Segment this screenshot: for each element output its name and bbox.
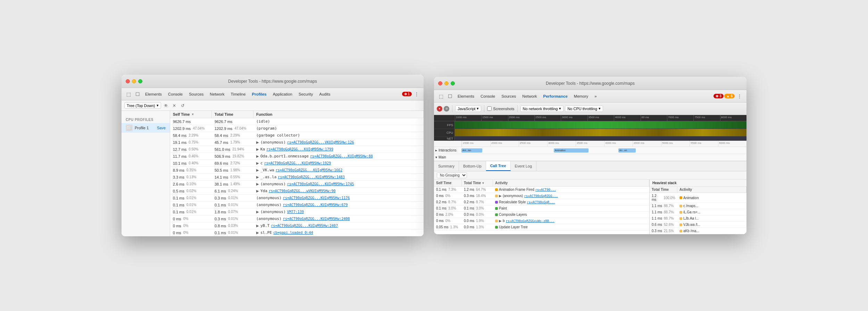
calltree-row: 0 ms0% 0.0 ms1.9% ▶ b rs=ACT90oGqRZGGxuW…: [434, 218, 649, 224]
tab-bottom-up[interactable]: Bottom-Up: [459, 161, 486, 171]
maximize-button-right[interactable]: [451, 81, 455, 85]
nav-sources[interactable]: Sources: [186, 91, 206, 98]
nav-elements[interactable]: Elements: [142, 91, 165, 98]
nav-console[interactable]: Console: [165, 91, 185, 98]
nav-timeline[interactable]: Timeline: [228, 91, 249, 98]
refresh-icon[interactable]: ↺: [179, 102, 186, 109]
cursor-icon-right[interactable]: ⬚: [437, 92, 445, 100]
activity-name: Update Layer Tree: [499, 225, 528, 229]
close-icon[interactable]: ✕: [171, 102, 178, 109]
expand-arrow-icon[interactable]: ▶: [256, 210, 259, 214]
minimize-button-left[interactable]: [132, 79, 136, 83]
expand-arrow-icon[interactable]: ▶: [256, 168, 259, 172]
record-button[interactable]: ●: [437, 106, 442, 112]
nav-network[interactable]: Network: [207, 91, 227, 98]
expand-arrow-icon[interactable]: ▶: [256, 175, 259, 179]
more-icon-right[interactable]: ⋮: [735, 92, 744, 100]
calltree-row: 0 ms2.0% 0.0 ms0.0% Composite Layers: [434, 212, 649, 218]
calltree-row: 0.1 ms3.0% 0.1 ms3.0% Paint: [434, 205, 649, 212]
tab-event-log[interactable]: Event Log: [511, 161, 537, 171]
cpu-throttle-dropdown[interactable]: No CPU throttling ▾: [565, 105, 603, 112]
ct-header-self-time[interactable]: Self Time: [434, 180, 462, 186]
expand-arrow-icon[interactable]: ▶: [256, 154, 259, 158]
table-row: 0.1 ms0.01% 0.1 ms0.01% (anonymous) rs=A…: [170, 202, 424, 208]
tree-dropdown[interactable]: Tree (Top Down) ▾: [124, 102, 161, 109]
hs-activity-header[interactable]: Activity: [677, 187, 746, 193]
activity-dot: [679, 196, 682, 199]
activity-dot: [495, 207, 498, 210]
sidebar-item-profile1[interactable]: ⬜ Profile 1 Save: [122, 123, 170, 133]
nav-memory[interactable]: Memory: [571, 93, 591, 100]
interactions-section-header[interactable]: ▸ Interactions Ani...ion Animation An...…: [434, 147, 746, 154]
nav-elements-right[interactable]: Elements: [455, 93, 477, 100]
nav-application[interactable]: Application: [270, 91, 295, 98]
calltree-area: Self Time Total Time ▼ Activity 0.1 ms7.…: [434, 180, 746, 234]
activity-dot: [495, 201, 498, 204]
stop-button[interactable]: ⊘: [444, 106, 449, 112]
ruler-tick: 3500 ms: [587, 115, 614, 121]
flame-spacer: [434, 141, 462, 147]
screenshots-checkbox[interactable]: Screenshots: [487, 106, 514, 111]
expand-arrow-icon[interactable]: ▶: [256, 231, 259, 235]
eye-icon[interactable]: 👁: [162, 102, 169, 109]
nav-audits[interactable]: Audits: [317, 91, 333, 98]
header-self-time[interactable]: Self Time ▼: [170, 111, 212, 118]
tab-summary[interactable]: Summary: [434, 161, 459, 171]
expand-arrow-icon[interactable]: ▶: [256, 224, 259, 228]
close-button-right[interactable]: [438, 81, 442, 85]
ruler-tick: 4000 ms: [614, 115, 640, 121]
left-subtoolbar: Tree (Top Down) ▾ 👁 ✕ ↺: [122, 100, 424, 111]
ct-header-total-time[interactable]: Total Time ▼: [462, 180, 493, 186]
table-row: 58.4 ms2.29% 58.4 ms2.29% (garbage colle…: [170, 132, 424, 139]
nav-profiles[interactable]: Profiles: [249, 91, 269, 98]
grouping-dropdown[interactable]: No Grouping By Activity By URL: [437, 172, 467, 178]
expand-arrow-icon[interactable]: ▶: [256, 182, 259, 186]
cursor-icon[interactable]: ⬚: [124, 90, 133, 98]
expand-arrow-icon[interactable]: ▶: [256, 147, 259, 151]
expand-icon[interactable]: ▶: [499, 194, 502, 198]
main-section-header[interactable]: ▾ Main: [434, 154, 746, 161]
more-icon-left[interactable]: ⋮: [412, 90, 421, 98]
chart-rows: FPS CPU NET: [434, 121, 746, 141]
expand-arrow-icon[interactable]: ▶: [256, 189, 259, 193]
sidebar-section-label: CPU PROFILES: [122, 116, 170, 123]
heaviest-stack-title: Heaviest stack: [650, 180, 746, 187]
nav-sources-right[interactable]: Sources: [499, 93, 519, 100]
expand-arrow-icon[interactable]: ▶: [256, 161, 259, 165]
mobile-icon[interactable]: ☐: [133, 90, 142, 98]
cpu-label: CPU: [434, 129, 455, 136]
js-dropdown[interactable]: JavaScript ▾: [455, 105, 481, 112]
table-row: 11.7 ms0.46% 506.9 ms19.82% ▶ Oda.b.port…: [170, 153, 424, 160]
right-window-title: Developer Tools - https://www.google.com…: [546, 81, 635, 86]
maximize-button-left[interactable]: [138, 79, 142, 83]
hs-activity: iL.Ga rs=...: [683, 210, 700, 214]
flame-main-area: 1500 ms 2000 ms 2500 ms 3000 ms 3500 ms …: [434, 141, 746, 234]
minimize-button-right[interactable]: [444, 81, 449, 85]
ruler-tick: 2500 ms: [534, 115, 561, 121]
nav-console-right[interactable]: Console: [478, 93, 498, 100]
header-function[interactable]: Function: [253, 111, 424, 118]
divider: [452, 105, 452, 112]
nav-network-right[interactable]: Network: [519, 93, 540, 100]
nav-performance[interactable]: Performance: [541, 93, 570, 100]
mobile-icon-right[interactable]: ☐: [446, 92, 454, 100]
ruler-tick: 3000 ms: [561, 115, 587, 121]
expand-icon[interactable]: ▶: [499, 219, 502, 223]
header-total-time[interactable]: Total Time: [212, 111, 253, 118]
flame-ruler: 1500 ms 2000 ms 2500 ms 3000 ms 3500 ms …: [434, 141, 746, 147]
close-button-left[interactable]: [126, 79, 130, 83]
hs-activity: VJb.wa /l...: [683, 223, 700, 227]
divider: [484, 105, 484, 112]
tab-call-tree[interactable]: Call Tree: [486, 161, 511, 171]
save-link[interactable]: Save: [157, 126, 166, 130]
network-throttle-dropdown[interactable]: No network throttling ▾: [520, 105, 564, 112]
nav-security[interactable]: Security: [296, 91, 316, 98]
nav-more-right[interactable]: »: [592, 93, 599, 100]
flame-tick: 6000 ms: [718, 141, 746, 147]
table-row: 1202.9 ms47.04% 1202.9 ms47.04% (program…: [170, 125, 424, 132]
flame-section: ▸ Interactions Ani...ion Animation An...…: [434, 147, 746, 161]
hs-total-time-header[interactable]: Total Time: [650, 187, 677, 193]
expand-arrow-icon[interactable]: ▶: [256, 140, 259, 144]
ct-header-activity[interactable]: Activity: [493, 180, 649, 186]
table-row: 0.1 ms0.01% 0.3 ms0.01% (anonymous) rs=A…: [170, 195, 424, 202]
